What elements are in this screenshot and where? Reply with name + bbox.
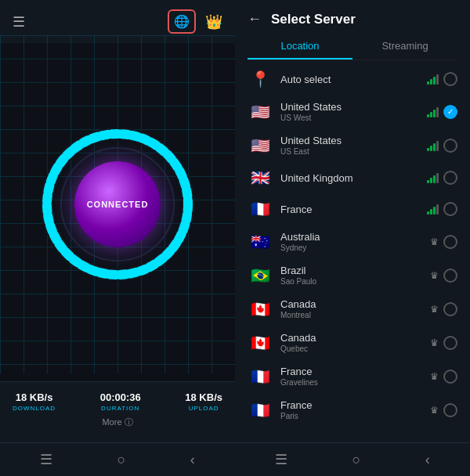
header-icons: 🌐 👑: [168, 9, 222, 34]
left-bottom-nav: ☰ ○ ‹: [0, 442, 235, 476]
more-button[interactable]: More ⓘ: [13, 412, 222, 433]
server-item[interactable]: 🇫🇷FranceGravelines♛: [235, 359, 470, 393]
server-info: France: [280, 204, 427, 215]
premium-crown-icon: ♛: [430, 270, 439, 281]
right-nav-menu-icon[interactable]: ☰: [275, 451, 287, 468]
server-sub: US East: [280, 147, 427, 156]
signal-bars: [427, 172, 439, 183]
server-right: ♛: [430, 269, 457, 283]
server-item[interactable]: 🇺🇸United StatesUS East: [235, 128, 470, 162]
flag-area: 🇺🇸: [248, 103, 273, 121]
select-server-title: Select Server: [271, 12, 356, 27]
server-radio[interactable]: [443, 370, 457, 384]
stats-row: 18 KB/s DOWNLOAD 00:00:36 DURATION 18 KB…: [13, 391, 222, 412]
svg-point-4: [114, 130, 121, 138]
server-radio[interactable]: [443, 269, 457, 283]
tab-location[interactable]: Location: [248, 34, 352, 60]
server-radio[interactable]: [443, 302, 457, 316]
flag-area: 🇬🇧: [248, 168, 273, 187]
connected-label: CONNECTED: [87, 200, 149, 209]
server-name: France: [280, 366, 430, 377]
premium-crown-icon: ♛: [430, 236, 439, 247]
upload-label: UPLOAD: [189, 405, 219, 412]
connected-circle[interactable]: CONNECTED: [74, 161, 161, 247]
crown-icon[interactable]: 👑: [205, 13, 222, 31]
server-sub: Gravelines: [280, 378, 430, 387]
duration-value: 00:00:36: [100, 391, 141, 403]
server-name: Auto select: [280, 74, 427, 85]
right-header: ← Select Server: [235, 0, 470, 34]
duration-stat: 00:00:36 DURATION: [100, 391, 141, 412]
server-radio[interactable]: [443, 72, 457, 86]
server-info: United StatesUS West: [280, 101, 427, 122]
server-sub: Sao Paulo: [280, 277, 430, 286]
server-right: ♛: [430, 302, 457, 316]
back-arrow-icon[interactable]: ←: [248, 11, 262, 27]
server-item[interactable]: 🇫🇷FranceParis♛: [235, 393, 470, 427]
download-value: 18 KB/s: [16, 391, 53, 403]
server-info: CanadaQuebec: [280, 332, 430, 353]
tabs-row: Location Streaming: [248, 34, 457, 60]
flag-area: 🇺🇸: [248, 136, 273, 155]
left-panel: ☰ 🌐 👑: [0, 0, 235, 476]
server-sub: Montreal: [280, 311, 430, 319]
server-sub: US West: [280, 114, 427, 122]
right-panel: ← Select Server Location Streaming 📍Auto…: [235, 0, 470, 476]
globe-button[interactable]: 🌐: [168, 9, 196, 34]
signal-bars: [427, 74, 439, 85]
server-name: United Kingdom: [280, 172, 427, 184]
server-name: France: [280, 399, 430, 411]
signal-bars: [427, 140, 439, 151]
flag-area: 🇫🇷: [248, 200, 273, 218]
server-item[interactable]: 📍Auto select: [235, 63, 470, 95]
tab-streaming[interactable]: Streaming: [352, 34, 457, 60]
server-sub: Paris: [280, 412, 430, 420]
server-right: [427, 139, 457, 153]
right-nav-back-icon[interactable]: ‹: [425, 452, 430, 468]
server-info: FranceGravelines: [280, 366, 430, 387]
server-right: [427, 105, 457, 119]
premium-crown-icon: ♛: [430, 405, 439, 416]
flag-area: 🇫🇷: [248, 367, 273, 386]
nav-home-icon[interactable]: ○: [118, 452, 126, 468]
flag-area: 📍: [248, 70, 273, 88]
server-info: CanadaMontreal: [280, 298, 430, 319]
flag-area: 🇫🇷: [248, 401, 273, 420]
server-radio[interactable]: [443, 171, 457, 185]
server-sub: Quebec: [280, 344, 430, 353]
server-radio[interactable]: [443, 235, 457, 249]
right-nav-home-icon[interactable]: ○: [352, 452, 361, 468]
upload-value: 18 KB/s: [185, 391, 222, 403]
right-bottom-nav: ☰ ○ ‹: [235, 442, 470, 476]
server-right: [427, 202, 457, 216]
nav-back-icon[interactable]: ‹: [190, 452, 195, 468]
server-radio[interactable]: [443, 403, 457, 417]
ring-container[interactable]: CONNECTED: [39, 126, 196, 283]
server-item[interactable]: 🇫🇷France: [235, 193, 470, 225]
server-item[interactable]: 🇧🇷BrazilSao Paulo♛: [235, 258, 470, 292]
server-name: Canada: [280, 332, 430, 344]
server-sub: Sydney: [280, 243, 430, 252]
server-name: United States: [280, 101, 427, 113]
premium-crown-icon: ♛: [430, 304, 439, 315]
server-radio[interactable]: [443, 105, 457, 119]
server-item[interactable]: 🇬🇧United Kingdom: [235, 162, 470, 193]
server-item[interactable]: 🇦🇺AustraliaSydney♛: [235, 225, 470, 258]
server-item[interactable]: 🇺🇸United StatesUS West: [235, 95, 470, 128]
server-info: FranceParis: [280, 399, 430, 420]
download-label: DOWNLOAD: [13, 405, 56, 412]
nav-menu-icon[interactable]: ☰: [40, 451, 52, 468]
flag-area: 🇦🇺: [248, 233, 273, 251]
server-radio[interactable]: [443, 139, 457, 153]
download-stat: 18 KB/s DOWNLOAD: [13, 391, 56, 412]
server-right: [427, 72, 457, 86]
stats-bar: 18 KB/s DOWNLOAD 00:00:36 DURATION 18 KB…: [0, 381, 235, 442]
server-item[interactable]: 🇨🇦CanadaMontreal♛: [235, 292, 470, 326]
server-radio[interactable]: [443, 202, 457, 216]
signal-bars: [427, 106, 439, 117]
server-item[interactable]: 🇨🇦CanadaQuebec♛: [235, 326, 470, 359]
menu-icon[interactable]: ☰: [13, 13, 25, 31]
signal-bars: [427, 204, 439, 215]
server-radio[interactable]: [443, 336, 457, 350]
server-name: Australia: [280, 231, 430, 243]
